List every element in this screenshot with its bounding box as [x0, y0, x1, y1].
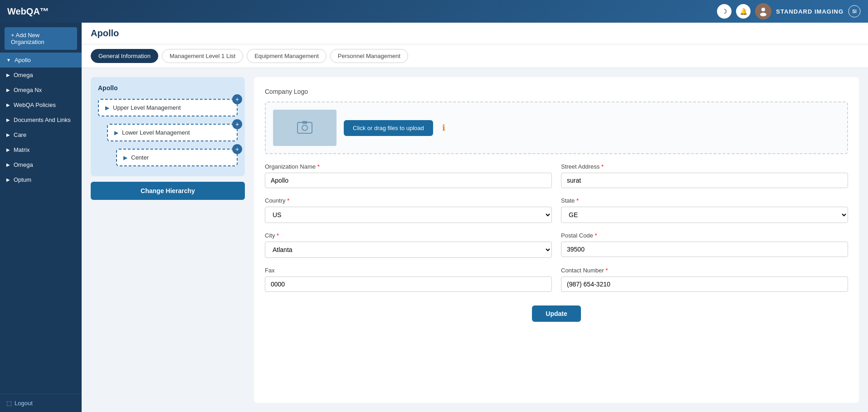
- notifications-button[interactable]: 🔔: [736, 4, 751, 19]
- chevron-right-icon: ▶: [6, 177, 10, 182]
- chevron-right-icon: ▶: [6, 132, 10, 137]
- app-logo: WebQA™: [7, 6, 49, 17]
- postal-code-input[interactable]: [561, 242, 848, 257]
- state-label: State *: [561, 197, 848, 204]
- node-indent-lower: ▶ Lower Level Management + ▶ Center +: [107, 124, 238, 166]
- update-button[interactable]: Update: [532, 305, 580, 322]
- hierarchy-node-center: ▶ Center +: [116, 149, 238, 166]
- logout-icon: ⬚: [6, 400, 12, 407]
- street-address-label: Street Address *: [561, 163, 848, 170]
- change-hierarchy-button[interactable]: Change Hierarchy: [91, 182, 245, 200]
- chevron-right-icon: ▶: [6, 87, 10, 92]
- tab-management-level[interactable]: Management Level 1 List: [162, 49, 243, 63]
- node-label: Center: [131, 154, 149, 161]
- sidebar-item-omega[interactable]: ▶ Omega: [0, 68, 82, 82]
- tab-personnel-management[interactable]: Personnel Management: [330, 49, 408, 63]
- sidebar-item-label: WebQA Policies: [14, 102, 56, 108]
- city-group: City * Atlanta New York Los Angeles Chic…: [265, 232, 552, 258]
- sidebar-item-apollo[interactable]: ▼ Apollo: [0, 53, 82, 68]
- sidebar: + Add New Organization ▼ Apollo ▶ Omega …: [0, 23, 82, 412]
- fax-contact-row: Fax Contact Number *: [265, 267, 848, 292]
- main-content: Apollo General Information Management Le…: [82, 23, 868, 412]
- hierarchy-node-upper: ▶ Upper Level Management +: [98, 99, 238, 116]
- add-upper-level-button[interactable]: +: [232, 94, 242, 104]
- country-state-row: Country * US CA GB AU State *: [265, 197, 848, 223]
- sidebar-item-omega-nx[interactable]: ▶ Omega Nx: [0, 82, 82, 97]
- street-address-input[interactable]: [561, 173, 848, 188]
- logout-button[interactable]: ⬚ Logout: [0, 394, 82, 412]
- company-logo-section: Company Logo Click or drag files to uplo…: [265, 88, 848, 154]
- hierarchy-box: Apollo ▶ Upper Level Management + ▶ Lowe…: [91, 77, 245, 176]
- content-area: Apollo ▶ Upper Level Management + ▶ Lowe…: [82, 68, 868, 412]
- logout-label: Logout: [15, 400, 33, 407]
- add-center-button[interactable]: +: [232, 144, 242, 154]
- chevron-right-icon: ▶: [6, 162, 10, 167]
- sidebar-item-label: Omega: [14, 72, 33, 78]
- sidebar-item-label: Apollo: [15, 57, 31, 63]
- add-lower-level-button[interactable]: +: [232, 119, 242, 129]
- state-select[interactable]: GE AL AK CA NY TX: [561, 207, 848, 223]
- postal-code-label: Postal Code *: [561, 232, 848, 239]
- state-group: State * GE AL AK CA NY TX: [561, 197, 848, 223]
- postal-code-group: Postal Code *: [561, 232, 848, 258]
- street-address-group: Street Address *: [561, 163, 848, 188]
- sidebar-item-label: Care: [14, 131, 26, 138]
- tabs-bar: General Information Management Level 1 L…: [82, 44, 868, 68]
- update-btn-container: Update: [265, 305, 848, 322]
- header-right: ☽ 🔔 STANDARD IMAGING SI: [717, 3, 861, 19]
- sidebar-item-webqa-policies[interactable]: ▶ WebQA Policies: [0, 97, 82, 112]
- company-logo-label: Company Logo: [265, 88, 848, 95]
- fax-group: Fax: [265, 267, 552, 292]
- expand-icon[interactable]: ▶: [123, 155, 127, 161]
- brand-logo-icon: SI: [848, 5, 861, 18]
- city-postal-row: City * Atlanta New York Los Angeles Chic…: [265, 232, 848, 258]
- sidebar-item-label: Documents And Links: [14, 116, 71, 123]
- upload-button[interactable]: Click or drag files to upload: [344, 120, 433, 136]
- dark-mode-button[interactable]: ☽: [717, 4, 731, 19]
- sidebar-item-matrix[interactable]: ▶ Matrix: [0, 142, 82, 157]
- svg-point-1: [760, 13, 766, 16]
- country-select[interactable]: US CA GB AU: [265, 207, 552, 223]
- name-address-row: Organization Name * Street Address *: [265, 163, 848, 188]
- fax-input[interactable]: [265, 276, 552, 292]
- sidebar-item-documents-links[interactable]: ▶ Documents And Links: [0, 112, 82, 127]
- contact-number-group: Contact Number *: [561, 267, 848, 292]
- chevron-right-icon: ▶: [6, 117, 10, 122]
- city-select[interactable]: Atlanta New York Los Angeles Chicago: [265, 242, 552, 258]
- sidebar-item-care[interactable]: ▶ Care: [0, 127, 82, 142]
- logo-placeholder: [273, 110, 336, 146]
- app-header: WebQA™ ☽ 🔔 STANDARD IMAGING SI: [0, 0, 868, 23]
- sidebar-item-omega2[interactable]: ▶ Omega: [0, 157, 82, 172]
- expand-icon[interactable]: ▶: [114, 130, 118, 136]
- hierarchy-panel: Apollo ▶ Upper Level Management + ▶ Lowe…: [91, 77, 245, 403]
- tab-equipment-management[interactable]: Equipment Management: [247, 49, 327, 63]
- hierarchy-node-lower: ▶ Lower Level Management +: [107, 124, 238, 141]
- country-group: Country * US CA GB AU: [265, 197, 552, 223]
- org-name-input[interactable]: [265, 173, 552, 188]
- info-icon: ℹ: [442, 123, 445, 133]
- chevron-right-icon: ▶: [6, 73, 10, 78]
- fax-label: Fax: [265, 267, 552, 274]
- sidebar-item-label: Matrix: [14, 146, 29, 153]
- node-label: Upper Level Management: [113, 104, 181, 111]
- org-name-group: Organization Name *: [265, 163, 552, 188]
- avatar[interactable]: [755, 3, 771, 19]
- add-new-org-button[interactable]: + Add New Organization: [5, 27, 77, 50]
- org-name-label: Organization Name *: [265, 163, 552, 170]
- sidebar-item-optum[interactable]: ▶ Optum: [0, 172, 82, 187]
- logo-upload-area[interactable]: Click or drag files to upload ℹ: [265, 102, 848, 154]
- contact-number-input[interactable]: [561, 276, 848, 292]
- hierarchy-box-title: Apollo: [98, 84, 238, 92]
- page-header: Apollo: [82, 23, 868, 44]
- sidebar-item-label: Optum: [14, 176, 31, 183]
- brand-name: STANDARD IMAGING: [776, 8, 844, 15]
- page-title: Apollo: [91, 28, 859, 39]
- svg-point-0: [761, 8, 765, 11]
- svg-point-5: [302, 125, 307, 131]
- expand-icon[interactable]: ▶: [105, 105, 109, 111]
- node-indent-center: ▶ Center +: [116, 149, 238, 166]
- sidebar-item-label: Omega Nx: [14, 87, 42, 93]
- sidebar-item-label: Omega: [14, 161, 33, 168]
- tab-general-information[interactable]: General Information: [91, 49, 158, 63]
- contact-number-label: Contact Number *: [561, 267, 848, 274]
